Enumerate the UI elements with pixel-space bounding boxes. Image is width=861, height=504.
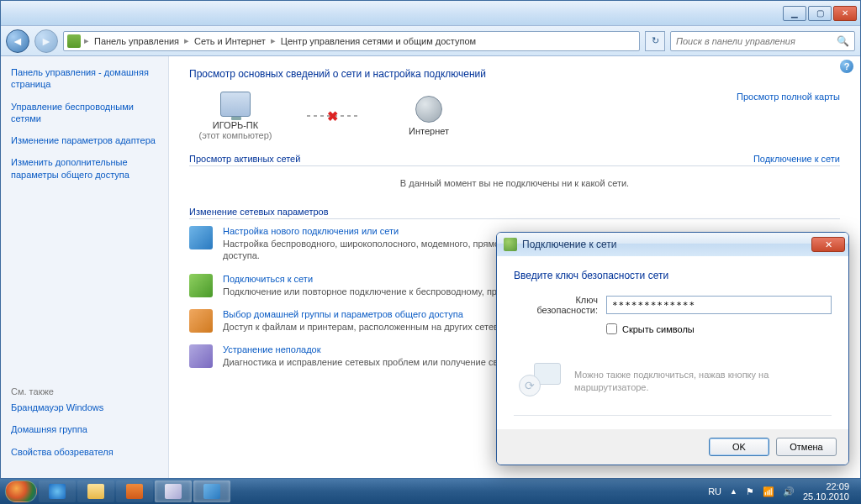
- maximize-button[interactable]: ▢: [808, 6, 832, 21]
- security-key-input[interactable]: [606, 296, 832, 314]
- nav-forward-button[interactable]: ►: [34, 29, 58, 53]
- search-box[interactable]: 🔍: [670, 31, 855, 51]
- disconnected-icon: ✖: [327, 108, 338, 124]
- connect-dialog: Подключение к сети ✕ Введите ключ безопа…: [496, 232, 849, 465]
- tray-show-hidden-icon[interactable]: ▲: [730, 487, 737, 496]
- network-node-internet: Интернет: [383, 96, 475, 136]
- task-connect-link[interactable]: Подключиться к сети: [223, 274, 313, 284]
- tray-volume-icon[interactable]: 🔊: [783, 486, 795, 497]
- sidebar-link-firewall[interactable]: Брандмауэр Windows: [11, 402, 158, 413]
- breadcrumb-bar[interactable]: ▸ Панель управления ▸ Сеть и Интернет ▸ …: [63, 31, 640, 51]
- breadcrumb-seg-network-center[interactable]: Центр управления сетями и общим доступом: [276, 36, 481, 46]
- router-hint: ⟳ Можно также подключиться, нажав кнопку…: [514, 354, 832, 416]
- router-hint-text: Можно также подключиться, нажав кнопку н…: [574, 369, 832, 395]
- taskbar: RU ▲ ⚑ 📶 🔊 22:09 25.10.2010: [0, 479, 861, 504]
- active-networks-title: Просмотр активных сетей: [189, 154, 300, 164]
- hide-characters-checkbox[interactable]: [606, 323, 617, 334]
- minimize-button[interactable]: ▁: [783, 6, 806, 21]
- taskbar-paint[interactable]: [155, 480, 192, 502]
- network-node-pc: ИГОРЬ-ПК (этот компьютер): [189, 92, 282, 140]
- sidebar-link-home[interactable]: Панель управления - домашняя страница: [11, 66, 158, 91]
- dialog-titlebar[interactable]: Подключение к сети ✕: [497, 233, 848, 256]
- sidebar-link-internet-options[interactable]: Свойства обозревателя: [11, 446, 158, 458]
- network-center-icon: [67, 34, 81, 48]
- taskbar-media[interactable]: [116, 480, 153, 502]
- dialog-close-button[interactable]: ✕: [811, 237, 845, 252]
- start-button[interactable]: [5, 480, 37, 502]
- sidebar: Панель управления - домашняя страница Уп…: [1, 56, 169, 478]
- task-new-connection-link[interactable]: Настройка нового подключения или сети: [223, 226, 399, 236]
- tray-action-center-icon[interactable]: ⚑: [746, 486, 754, 497]
- dialog-title-text: Подключение к сети: [522, 239, 616, 250]
- pc-subtitle: (этот компьютер): [189, 130, 282, 140]
- taskbar-clock[interactable]: 22:09 25.10.2010: [803, 481, 849, 501]
- hide-characters-label: Скрыть символы: [622, 324, 695, 334]
- internet-label: Интернет: [383, 126, 475, 136]
- nav-back-button[interactable]: ◄: [6, 29, 29, 53]
- cancel-button[interactable]: Отмена: [776, 438, 837, 456]
- no-network-message: В данный момент вы не подключены ни к ка…: [189, 173, 840, 193]
- new-connection-icon: [189, 226, 213, 249]
- task-troubleshoot-link[interactable]: Устранение неполадок: [223, 344, 321, 354]
- clock-time: 22:09: [803, 481, 849, 491]
- task-homegroup-link[interactable]: Выбор домашней группы и параметров общег…: [223, 309, 463, 319]
- network-map: ИГОРЬ-ПК (этот компьютер) ✖ Интернет Про…: [189, 92, 840, 140]
- control-panel-icon: [203, 484, 220, 499]
- globe-icon: [415, 96, 442, 123]
- view-full-map-link[interactable]: Просмотр полной карты: [737, 92, 840, 102]
- pc-icon: [220, 92, 251, 117]
- sidebar-link-homegroup[interactable]: Домашняя группа: [11, 423, 158, 435]
- window-titlebar: ▁ ▢ ✕: [1, 1, 860, 26]
- refresh-button[interactable]: ↻: [645, 31, 665, 51]
- system-tray: RU ▲ ⚑ 📶 🔊 22:09 25.10.2010: [708, 481, 856, 501]
- ok-button[interactable]: OK: [709, 438, 769, 456]
- connect-icon: [189, 274, 213, 297]
- security-key-label: Ключ безопасности:: [514, 295, 598, 315]
- router-hint-icon: ⟳: [514, 363, 561, 400]
- network-connection-line: ✖: [307, 115, 357, 117]
- clock-date: 25.10.2010: [803, 491, 849, 501]
- help-icon[interactable]: ?: [840, 60, 853, 73]
- pc-name: ИГОРЬ-ПК: [189, 120, 282, 130]
- search-input[interactable]: [676, 36, 837, 46]
- taskbar-control-panel[interactable]: [193, 480, 230, 502]
- language-indicator[interactable]: RU: [708, 486, 721, 496]
- tray-network-icon[interactable]: 📶: [763, 486, 774, 497]
- dialog-heading: Введите ключ безопасности сети: [514, 270, 832, 281]
- change-settings-title: Изменение сетевых параметров: [189, 207, 329, 217]
- dialog-icon: [504, 238, 517, 251]
- breadcrumb-seg-network-internet[interactable]: Сеть и Интернет: [189, 36, 271, 46]
- breadcrumb-seg-control-panel[interactable]: Панель управления: [89, 36, 184, 46]
- connect-to-network-link[interactable]: Подключение к сети: [753, 154, 840, 164]
- media-icon: [126, 484, 143, 499]
- sidebar-link-wireless[interactable]: Управление беспроводными сетями: [11, 101, 158, 125]
- folder-icon: [87, 484, 104, 499]
- sidebar-link-sharing[interactable]: Изменить дополнительные параметры общего…: [11, 156, 158, 181]
- sidebar-link-adapter[interactable]: Изменение параметров адаптера: [11, 134, 158, 146]
- close-button[interactable]: ✕: [833, 6, 857, 21]
- taskbar-explorer[interactable]: [77, 480, 114, 502]
- search-icon: 🔍: [837, 35, 849, 47]
- homegroup-icon: [189, 309, 213, 333]
- taskbar-ie[interactable]: [39, 480, 76, 502]
- troubleshoot-icon: [189, 344, 213, 368]
- address-bar-row: ◄ ► ▸ Панель управления ▸ Сеть и Интерне…: [1, 26, 860, 56]
- sidebar-see-also-label: См. также: [11, 386, 158, 396]
- page-title: Просмотр основных сведений о сети и наст…: [189, 68, 840, 80]
- ie-icon: [49, 484, 66, 499]
- paint-icon: [165, 484, 182, 499]
